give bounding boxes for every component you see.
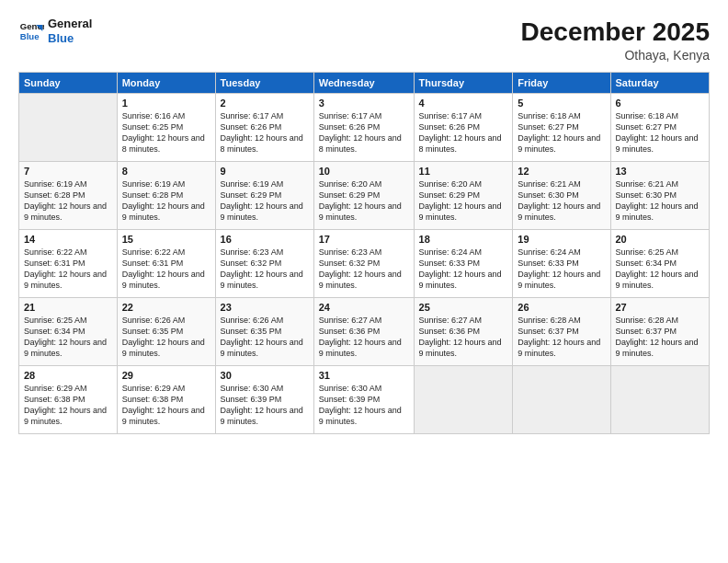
table-row: 22 Sunrise: 6:26 AMSunset: 6:35 PMDaylig… xyxy=(117,297,215,365)
cell-info: Sunrise: 6:24 AMSunset: 6:33 PMDaylight:… xyxy=(419,247,508,292)
cell-info: Sunrise: 6:27 AMSunset: 6:36 PMDaylight:… xyxy=(319,315,409,360)
table-row: 2 Sunrise: 6:17 AMSunset: 6:26 PMDayligh… xyxy=(215,93,313,161)
cell-info: Sunrise: 6:27 AMSunset: 6:36 PMDaylight:… xyxy=(419,315,508,360)
day-number: 25 xyxy=(419,302,508,313)
day-number: 29 xyxy=(122,370,210,381)
day-number: 19 xyxy=(518,234,605,245)
calendar-table: Sunday Monday Tuesday Wednesday Thursday… xyxy=(18,72,710,434)
table-row: 24 Sunrise: 6:27 AMSunset: 6:36 PMDaylig… xyxy=(313,297,414,365)
day-number: 20 xyxy=(616,234,705,245)
table-row: 28 Sunrise: 6:29 AMSunset: 6:38 PMDaylig… xyxy=(19,365,118,433)
cell-info: Sunrise: 6:19 AMSunset: 6:28 PMDaylight:… xyxy=(122,178,210,224)
day-number: 1 xyxy=(122,98,210,109)
cell-info: Sunrise: 6:16 AMSunset: 6:25 PMDaylight:… xyxy=(122,110,210,155)
col-sunday: Sunday xyxy=(19,72,118,93)
day-number: 17 xyxy=(319,234,409,245)
cell-info: Sunrise: 6:20 AMSunset: 6:29 PMDaylight:… xyxy=(319,178,409,224)
day-number: 21 xyxy=(24,302,112,313)
cell-info: Sunrise: 6:17 AMSunset: 6:26 PMDaylight:… xyxy=(319,110,409,155)
table-row: 23 Sunrise: 6:26 AMSunset: 6:35 PMDaylig… xyxy=(215,297,313,365)
col-thursday: Thursday xyxy=(414,72,513,93)
logo-general: General xyxy=(48,17,92,31)
cell-info: Sunrise: 6:23 AMSunset: 6:32 PMDaylight:… xyxy=(319,247,409,292)
day-number: 24 xyxy=(319,302,409,313)
col-friday: Friday xyxy=(513,72,610,93)
table-row: 3 Sunrise: 6:17 AMSunset: 6:26 PMDayligh… xyxy=(313,93,414,161)
table-row xyxy=(19,93,118,161)
calendar-header-row: Sunday Monday Tuesday Wednesday Thursday… xyxy=(19,72,710,93)
table-row: 13 Sunrise: 6:21 AMSunset: 6:30 PMDaylig… xyxy=(610,161,710,229)
table-row: 14 Sunrise: 6:22 AMSunset: 6:31 PMDaylig… xyxy=(19,229,118,297)
col-saturday: Saturday xyxy=(610,72,710,93)
day-number: 3 xyxy=(319,98,409,109)
table-row xyxy=(414,365,513,433)
table-row xyxy=(610,365,710,433)
table-row: 11 Sunrise: 6:20 AMSunset: 6:29 PMDaylig… xyxy=(414,161,513,229)
day-number: 26 xyxy=(518,302,605,313)
table-row: 7 Sunrise: 6:19 AMSunset: 6:28 PMDayligh… xyxy=(19,161,118,229)
calendar-page: General Blue General Blue December 2025 … xyxy=(0,0,728,563)
day-number: 27 xyxy=(616,302,705,313)
day-number: 16 xyxy=(221,234,309,245)
day-number: 10 xyxy=(319,166,409,177)
day-number: 28 xyxy=(24,370,112,381)
col-wednesday: Wednesday xyxy=(313,72,414,93)
table-row: 12 Sunrise: 6:21 AMSunset: 6:30 PMDaylig… xyxy=(513,161,610,229)
cell-info: Sunrise: 6:17 AMSunset: 6:26 PMDaylight:… xyxy=(221,110,309,155)
cell-info: Sunrise: 6:19 AMSunset: 6:29 PMDaylight:… xyxy=(221,178,309,224)
cell-info: Sunrise: 6:29 AMSunset: 6:38 PMDaylight:… xyxy=(122,383,210,428)
table-row: 21 Sunrise: 6:25 AMSunset: 6:34 PMDaylig… xyxy=(19,297,118,365)
cell-info: Sunrise: 6:22 AMSunset: 6:31 PMDaylight:… xyxy=(24,247,112,292)
day-number: 31 xyxy=(319,370,409,381)
cell-info: Sunrise: 6:20 AMSunset: 6:29 PMDaylight:… xyxy=(419,178,508,224)
table-row: 18 Sunrise: 6:24 AMSunset: 6:33 PMDaylig… xyxy=(414,229,513,297)
table-row: 6 Sunrise: 6:18 AMSunset: 6:27 PMDayligh… xyxy=(610,93,710,161)
page-header: General Blue General Blue December 2025 … xyxy=(18,17,710,63)
day-number: 4 xyxy=(419,98,508,109)
location-subtitle: Othaya, Kenya xyxy=(521,48,710,63)
table-row: 8 Sunrise: 6:19 AMSunset: 6:28 PMDayligh… xyxy=(117,161,215,229)
cell-info: Sunrise: 6:22 AMSunset: 6:31 PMDaylight:… xyxy=(122,247,210,292)
col-tuesday: Tuesday xyxy=(215,72,313,93)
calendar-week-row: 28 Sunrise: 6:29 AMSunset: 6:38 PMDaylig… xyxy=(19,365,710,433)
cell-info: Sunrise: 6:19 AMSunset: 6:28 PMDaylight:… xyxy=(24,178,112,224)
table-row: 31 Sunrise: 6:30 AMSunset: 6:39 PMDaylig… xyxy=(313,365,414,433)
day-number: 2 xyxy=(221,98,309,109)
logo-blue: Blue xyxy=(48,31,92,46)
col-monday: Monday xyxy=(117,72,215,93)
day-number: 9 xyxy=(221,166,309,177)
day-number: 8 xyxy=(122,166,210,177)
table-row xyxy=(513,365,610,433)
day-number: 14 xyxy=(24,234,112,245)
cell-info: Sunrise: 6:25 AMSunset: 6:34 PMDaylight:… xyxy=(616,247,705,292)
calendar-week-row: 1 Sunrise: 6:16 AMSunset: 6:25 PMDayligh… xyxy=(19,93,710,161)
cell-info: Sunrise: 6:28 AMSunset: 6:37 PMDaylight:… xyxy=(616,315,705,360)
table-row: 20 Sunrise: 6:25 AMSunset: 6:34 PMDaylig… xyxy=(610,229,710,297)
cell-info: Sunrise: 6:25 AMSunset: 6:34 PMDaylight:… xyxy=(24,315,112,360)
table-row: 5 Sunrise: 6:18 AMSunset: 6:27 PMDayligh… xyxy=(513,93,610,161)
day-number: 18 xyxy=(419,234,508,245)
table-row: 10 Sunrise: 6:20 AMSunset: 6:29 PMDaylig… xyxy=(313,161,414,229)
table-row: 30 Sunrise: 6:30 AMSunset: 6:39 PMDaylig… xyxy=(215,365,313,433)
month-title: December 2025 xyxy=(521,17,710,48)
table-row: 27 Sunrise: 6:28 AMSunset: 6:37 PMDaylig… xyxy=(610,297,710,365)
day-number: 12 xyxy=(518,166,605,177)
table-row: 9 Sunrise: 6:19 AMSunset: 6:29 PMDayligh… xyxy=(215,161,313,229)
cell-info: Sunrise: 6:23 AMSunset: 6:32 PMDaylight:… xyxy=(221,247,309,292)
calendar-week-row: 21 Sunrise: 6:25 AMSunset: 6:34 PMDaylig… xyxy=(19,297,710,365)
cell-info: Sunrise: 6:28 AMSunset: 6:37 PMDaylight:… xyxy=(518,315,605,360)
logo: General Blue General Blue xyxy=(18,17,92,45)
calendar-week-row: 14 Sunrise: 6:22 AMSunset: 6:31 PMDaylig… xyxy=(19,229,710,297)
cell-info: Sunrise: 6:21 AMSunset: 6:30 PMDaylight:… xyxy=(518,178,605,224)
table-row: 26 Sunrise: 6:28 AMSunset: 6:37 PMDaylig… xyxy=(513,297,610,365)
svg-text:Blue: Blue xyxy=(20,30,40,40)
table-row: 15 Sunrise: 6:22 AMSunset: 6:31 PMDaylig… xyxy=(117,229,215,297)
table-row: 25 Sunrise: 6:27 AMSunset: 6:36 PMDaylig… xyxy=(414,297,513,365)
day-number: 6 xyxy=(616,98,705,109)
day-number: 23 xyxy=(221,302,309,313)
title-block: December 2025 Othaya, Kenya xyxy=(521,17,710,63)
cell-info: Sunrise: 6:24 AMSunset: 6:33 PMDaylight:… xyxy=(518,247,605,292)
logo-icon: General Blue xyxy=(18,18,44,44)
day-number: 30 xyxy=(221,370,309,381)
table-row: 19 Sunrise: 6:24 AMSunset: 6:33 PMDaylig… xyxy=(513,229,610,297)
